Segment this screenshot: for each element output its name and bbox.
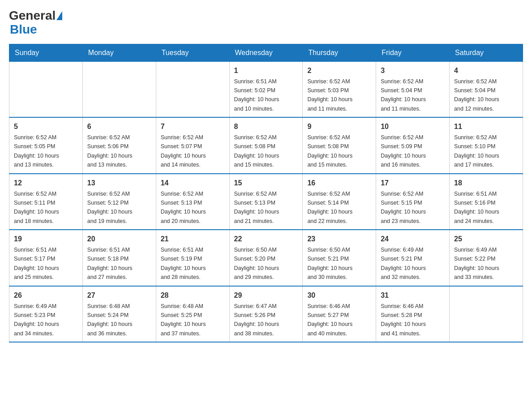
- day-number: 24: [381, 234, 445, 244]
- calendar-cell: 14Sunrise: 6:52 AMSunset: 5:13 PMDayligh…: [156, 174, 229, 230]
- calendar-cell: 16Sunrise: 6:52 AMSunset: 5:14 PMDayligh…: [303, 174, 376, 230]
- calendar-cell: 2Sunrise: 6:52 AMSunset: 5:03 PMDaylight…: [303, 61, 376, 117]
- day-number: 2: [307, 65, 371, 76]
- calendar-cell: 5Sunrise: 6:52 AMSunset: 5:05 PMDaylight…: [9, 117, 83, 174]
- calendar-cell: 27Sunrise: 6:48 AMSunset: 5:24 PMDayligh…: [82, 286, 156, 342]
- calendar-cell: 17Sunrise: 6:52 AMSunset: 5:15 PMDayligh…: [376, 174, 450, 230]
- calendar-cell: 18Sunrise: 6:51 AMSunset: 5:16 PMDayligh…: [450, 174, 523, 230]
- calendar-cell: 25Sunrise: 6:49 AMSunset: 5:22 PMDayligh…: [450, 230, 523, 286]
- day-info: Sunrise: 6:52 AMSunset: 5:10 PMDaylight:…: [454, 134, 499, 168]
- day-info: Sunrise: 6:51 AMSunset: 5:16 PMDaylight:…: [454, 191, 499, 224]
- calendar-cell: 9Sunrise: 6:52 AMSunset: 5:08 PMDaylight…: [303, 117, 376, 174]
- day-number: 15: [234, 178, 298, 188]
- day-info: Sunrise: 6:49 AMSunset: 5:21 PMDaylight:…: [381, 247, 426, 280]
- calendar-cell: 19Sunrise: 6:51 AMSunset: 5:17 PMDayligh…: [9, 230, 83, 286]
- logo: General Blue: [9, 9, 62, 37]
- day-number: 30: [307, 290, 371, 301]
- day-info: Sunrise: 6:52 AMSunset: 5:06 PMDaylight:…: [87, 134, 133, 168]
- calendar-cell: [82, 61, 156, 117]
- calendar-cell: 31Sunrise: 6:46 AMSunset: 5:28 PMDayligh…: [376, 286, 450, 342]
- header-day-saturday: Saturday: [450, 44, 523, 61]
- day-info: Sunrise: 6:51 AMSunset: 5:17 PMDaylight:…: [14, 247, 59, 280]
- calendar-cell: 10Sunrise: 6:52 AMSunset: 5:09 PMDayligh…: [376, 117, 450, 174]
- calendar-cell: 15Sunrise: 6:52 AMSunset: 5:13 PMDayligh…: [229, 174, 303, 230]
- day-number: 13: [87, 178, 151, 188]
- day-info: Sunrise: 6:50 AMSunset: 5:20 PMDaylight:…: [234, 247, 279, 280]
- day-number: 17: [381, 178, 445, 188]
- calendar-cell: [156, 61, 229, 117]
- day-info: Sunrise: 6:51 AMSunset: 5:18 PMDaylight:…: [87, 247, 133, 280]
- calendar-cell: 29Sunrise: 6:47 AMSunset: 5:26 PMDayligh…: [229, 286, 303, 342]
- day-info: Sunrise: 6:52 AMSunset: 5:08 PMDaylight:…: [234, 134, 279, 168]
- day-info: Sunrise: 6:49 AMSunset: 5:22 PMDaylight:…: [454, 247, 499, 280]
- day-info: Sunrise: 6:52 AMSunset: 5:15 PMDaylight:…: [381, 191, 426, 224]
- day-info: Sunrise: 6:52 AMSunset: 5:13 PMDaylight:…: [234, 191, 279, 224]
- day-info: Sunrise: 6:52 AMSunset: 5:04 PMDaylight:…: [381, 78, 426, 112]
- day-info: Sunrise: 6:49 AMSunset: 5:23 PMDaylight:…: [14, 303, 59, 337]
- calendar-cell: 22Sunrise: 6:50 AMSunset: 5:20 PMDayligh…: [229, 230, 303, 286]
- calendar-cell: 23Sunrise: 6:50 AMSunset: 5:21 PMDayligh…: [303, 230, 376, 286]
- calendar-cell: 7Sunrise: 6:52 AMSunset: 5:07 PMDaylight…: [156, 117, 229, 174]
- day-info: Sunrise: 6:52 AMSunset: 5:04 PMDaylight:…: [454, 78, 499, 112]
- calendar-cell: 26Sunrise: 6:49 AMSunset: 5:23 PMDayligh…: [9, 286, 83, 342]
- calendar-week-2: 5Sunrise: 6:52 AMSunset: 5:05 PMDaylight…: [9, 117, 523, 174]
- day-number: 11: [454, 121, 518, 132]
- header-day-tuesday: Tuesday: [156, 44, 229, 61]
- calendar-cell: 3Sunrise: 6:52 AMSunset: 5:04 PMDaylight…: [376, 61, 450, 117]
- day-number: 27: [87, 290, 151, 301]
- calendar-cell: 21Sunrise: 6:51 AMSunset: 5:19 PMDayligh…: [156, 230, 229, 286]
- calendar-cell: 4Sunrise: 6:52 AMSunset: 5:04 PMDaylight…: [450, 61, 523, 117]
- day-number: 9: [307, 121, 371, 132]
- calendar-body: 1Sunrise: 6:51 AMSunset: 5:02 PMDaylight…: [9, 61, 523, 342]
- day-info: Sunrise: 6:48 AMSunset: 5:25 PMDaylight:…: [161, 303, 206, 337]
- day-number: 12: [14, 178, 78, 188]
- day-info: Sunrise: 6:52 AMSunset: 5:14 PMDaylight:…: [307, 191, 352, 224]
- day-info: Sunrise: 6:51 AMSunset: 5:02 PMDaylight:…: [234, 78, 279, 112]
- calendar-cell: 1Sunrise: 6:51 AMSunset: 5:02 PMDaylight…: [229, 61, 303, 117]
- header-day-monday: Monday: [82, 44, 156, 61]
- day-number: 21: [161, 234, 225, 244]
- day-info: Sunrise: 6:52 AMSunset: 5:11 PMDaylight:…: [14, 191, 59, 224]
- calendar-header: SundayMondayTuesdayWednesdayThursdayFrid…: [9, 44, 523, 61]
- day-info: Sunrise: 6:46 AMSunset: 5:28 PMDaylight:…: [381, 303, 426, 337]
- calendar-cell: 13Sunrise: 6:52 AMSunset: 5:12 PMDayligh…: [82, 174, 156, 230]
- day-number: 8: [234, 121, 298, 132]
- day-info: Sunrise: 6:52 AMSunset: 5:09 PMDaylight:…: [381, 134, 426, 168]
- calendar-cell: 28Sunrise: 6:48 AMSunset: 5:25 PMDayligh…: [156, 286, 229, 342]
- day-number: 23: [307, 234, 371, 244]
- header-day-wednesday: Wednesday: [229, 44, 303, 61]
- calendar-week-1: 1Sunrise: 6:51 AMSunset: 5:02 PMDaylight…: [9, 61, 523, 117]
- day-info: Sunrise: 6:52 AMSunset: 5:12 PMDaylight:…: [87, 191, 133, 224]
- day-number: 14: [161, 178, 225, 188]
- calendar-week-5: 26Sunrise: 6:49 AMSunset: 5:23 PMDayligh…: [9, 286, 523, 342]
- logo-general-text: General: [9, 9, 56, 23]
- day-info: Sunrise: 6:50 AMSunset: 5:21 PMDaylight:…: [307, 247, 352, 280]
- day-number: 5: [14, 121, 78, 132]
- day-info: Sunrise: 6:48 AMSunset: 5:24 PMDaylight:…: [87, 303, 133, 337]
- day-number: 3: [381, 65, 445, 76]
- calendar-cell: 20Sunrise: 6:51 AMSunset: 5:18 PMDayligh…: [82, 230, 156, 286]
- logo-triangle-icon: [56, 11, 62, 20]
- calendar-cell: [9, 61, 83, 117]
- day-info: Sunrise: 6:52 AMSunset: 5:05 PMDaylight:…: [14, 134, 59, 168]
- day-number: 16: [307, 178, 371, 188]
- calendar-week-4: 19Sunrise: 6:51 AMSunset: 5:17 PMDayligh…: [9, 230, 523, 286]
- day-number: 29: [234, 290, 298, 301]
- day-number: 7: [161, 121, 225, 132]
- day-info: Sunrise: 6:47 AMSunset: 5:26 PMDaylight:…: [234, 303, 279, 337]
- calendar-cell: 12Sunrise: 6:52 AMSunset: 5:11 PMDayligh…: [9, 174, 83, 230]
- header-day-friday: Friday: [376, 44, 450, 61]
- day-number: 18: [454, 178, 518, 188]
- logo-blue-text: Blue: [9, 22, 37, 36]
- day-number: 6: [87, 121, 151, 132]
- day-info: Sunrise: 6:52 AMSunset: 5:13 PMDaylight:…: [161, 191, 206, 224]
- day-number: 22: [234, 234, 298, 244]
- calendar-cell: 11Sunrise: 6:52 AMSunset: 5:10 PMDayligh…: [450, 117, 523, 174]
- day-number: 31: [381, 290, 445, 301]
- day-number: 20: [87, 234, 151, 244]
- day-number: 28: [161, 290, 225, 301]
- calendar-cell: 6Sunrise: 6:52 AMSunset: 5:06 PMDaylight…: [82, 117, 156, 174]
- calendar-cell: 30Sunrise: 6:46 AMSunset: 5:27 PMDayligh…: [303, 286, 376, 342]
- calendar-cell: 8Sunrise: 6:52 AMSunset: 5:08 PMDaylight…: [229, 117, 303, 174]
- calendar-week-3: 12Sunrise: 6:52 AMSunset: 5:11 PMDayligh…: [9, 174, 523, 230]
